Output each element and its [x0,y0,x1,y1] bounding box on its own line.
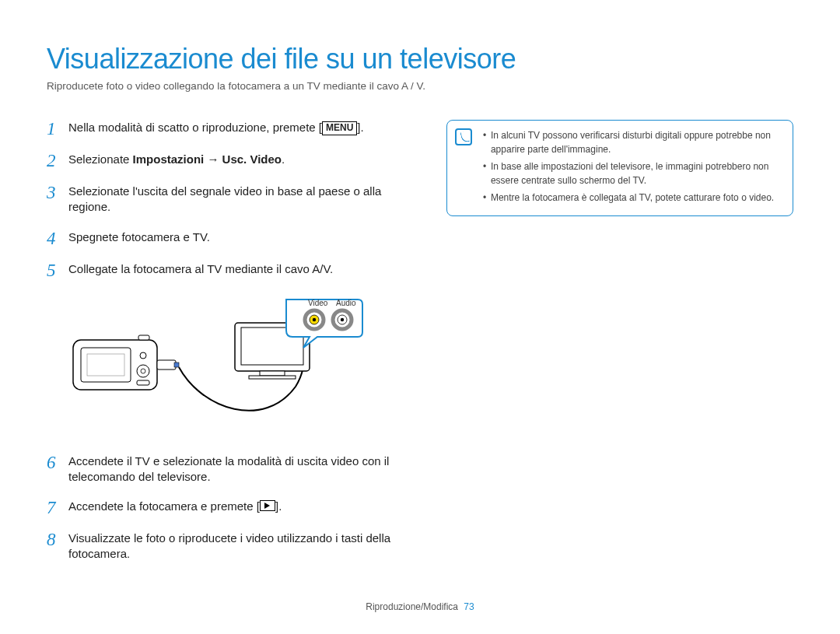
info-box: In alcuni TV possono verificarsi disturb… [446,120,793,216]
page-footer: Riproduzione/Modifica 73 [0,601,840,612]
step-3: 3 Selezionate l'uscita del segnale video… [47,184,415,215]
manual-page: Visualizzazione dei file su un televisor… [0,0,840,634]
step-1: 1 Nella modalità di scatto o riproduzion… [47,120,415,138]
step-6: 6 Accendete il TV e selezionate la modal… [47,454,415,485]
step-text: Spegnete fotocamera e TV. [68,229,210,247]
svg-rect-1 [81,348,131,382]
step-number: 7 [47,499,68,517]
step-text: Collegate la fotocamera al TV mediante i… [68,261,333,279]
svg-point-23 [341,317,344,321]
step-text: Nella modalità di scatto o riproduzione,… [68,120,364,138]
step-5: 5 Collegate la fotocamera al TV mediante… [47,261,415,279]
step-4: 4 Spegnete fotocamera e TV. [47,229,415,247]
note-icon [455,128,472,145]
left-column: 1 Nella modalità di scatto o riproduzion… [47,120,415,576]
steps-list-bottom: 6 Accendete il TV e selezionate la modal… [47,454,415,562]
step-7-post: ]. [275,499,282,513]
svg-rect-7 [138,335,149,340]
audio-jack-label: Audio [336,299,356,307]
step-text: Selezionate Impostazioni → Usc. Video. [68,152,285,170]
right-column: In alcuni TV possono verificarsi disturb… [446,120,793,576]
step-8: 8 Visualizzate le foto o riproducete i v… [47,531,415,562]
step-7-pre: Accendete la fotocamera e premete [ [68,499,260,513]
page-title: Visualizzazione dei file su un televisor… [47,43,793,75]
step-1-post: ]. [357,121,363,134]
step-number: 3 [47,184,68,215]
svg-point-20 [313,317,316,321]
svg-rect-16 [260,371,285,376]
step-text: Accendete il TV e selezionate la modalit… [68,454,415,485]
svg-rect-9 [174,363,179,367]
footer-page-number: 73 [464,601,474,612]
step-2: 2 Selezionate Impostazioni → Usc. Video. [47,152,415,170]
svg-rect-17 [249,376,296,379]
step-number: 2 [47,152,68,170]
info-list: In alcuni TV possono verificarsi disturb… [483,128,782,205]
step-number: 8 [47,531,68,562]
step-number: 4 [47,229,68,247]
camera-icon [73,335,157,390]
footer-section: Riproduzione/Modifica [366,601,458,612]
info-item: Mentre la fotocamera è collegata al TV, … [483,191,782,205]
step-2-pre: Selezionate [68,152,133,166]
playback-button-icon [260,500,275,511]
step-1-pre: Nella modalità di scatto o riproduzione,… [68,121,322,134]
info-item: In alcuni TV possono verificarsi disturb… [483,128,782,156]
step-7: 7 Accendete la fotocamera e premete []. [47,499,415,517]
step-2-bold: Impostazioni → Usc. Video [133,152,282,166]
step-number: 1 [47,120,68,138]
camera-plug-icon [157,360,179,370]
menu-button-label: MENU [322,121,357,135]
step-number: 5 [47,261,68,279]
step-text: Accendete la fotocamera e premete []. [68,499,282,517]
step-number: 6 [47,454,68,485]
video-jack-label: Video [308,299,328,307]
page-subtitle: Riproducete foto o video collegando la f… [47,80,793,92]
step-text: Selezionate l'uscita del segnale video i… [68,184,415,215]
svg-rect-8 [157,360,176,370]
step-2-post: . [282,152,285,166]
content-columns: 1 Nella modalità di scatto o riproduzion… [47,120,793,576]
info-item: In base alle impostazioni del televisore… [483,159,782,187]
steps-list-top: 1 Nella modalità di scatto o riproduzion… [47,120,415,279]
connection-diagram: Video Audio [70,293,366,440]
step-text: Visualizzate le foto o riproducete i vid… [68,531,415,562]
